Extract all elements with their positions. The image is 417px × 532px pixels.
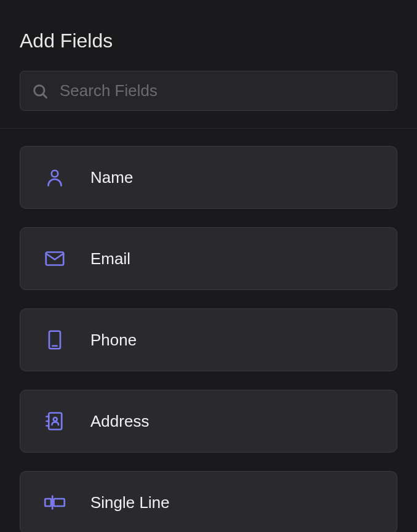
address-book-icon xyxy=(44,410,66,432)
svg-rect-12 xyxy=(54,499,65,506)
panel-title: Add Fields xyxy=(20,30,397,52)
field-item-phone[interactable]: Phone xyxy=(20,308,397,371)
search-icon xyxy=(31,83,49,100)
field-item-name[interactable]: Name xyxy=(20,146,397,209)
mail-icon xyxy=(44,248,66,270)
field-label: Address xyxy=(90,412,149,431)
field-label: Email xyxy=(90,249,130,268)
svg-point-2 xyxy=(52,171,58,177)
svg-rect-11 xyxy=(45,499,51,506)
single-line-icon xyxy=(44,491,66,514)
svg-line-1 xyxy=(43,94,47,97)
field-label: Single Line xyxy=(90,493,170,512)
field-label: Name xyxy=(90,168,133,187)
svg-point-7 xyxy=(54,417,57,421)
phone-icon xyxy=(44,329,66,351)
field-item-address[interactable]: Address xyxy=(20,390,397,453)
person-icon xyxy=(44,166,66,188)
search-input[interactable] xyxy=(60,81,386,100)
search-box[interactable] xyxy=(20,71,397,111)
field-list: Name Email Phone xyxy=(0,129,417,532)
field-item-email[interactable]: Email xyxy=(20,227,397,290)
field-label: Phone xyxy=(90,331,137,350)
field-item-single-line[interactable]: Single Line xyxy=(20,471,397,532)
